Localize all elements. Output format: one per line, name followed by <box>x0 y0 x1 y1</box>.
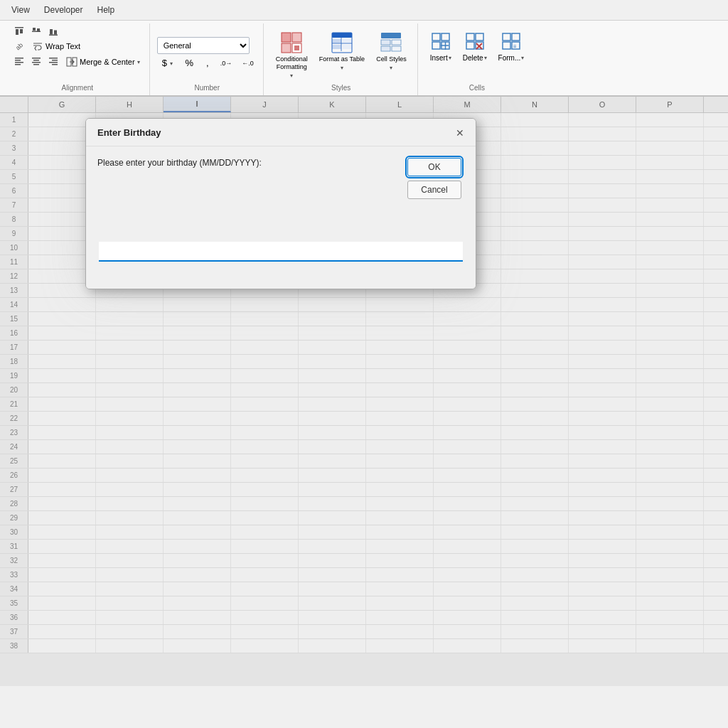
insert-chevron: ▾ <box>449 55 451 61</box>
menu-item-help[interactable]: Help <box>92 3 121 17</box>
svg-rect-11 <box>15 60 21 61</box>
dec-increase-btn[interactable]: .0→ <box>217 58 236 68</box>
merge-center-btn[interactable]: Merge & Center ▾ <box>63 55 144 69</box>
center-align-btn[interactable] <box>28 55 44 68</box>
cond-formatting-chevron: ▾ <box>290 73 293 79</box>
dialog-cancel-btn[interactable]: Cancel <box>407 181 461 199</box>
svg-rect-30 <box>332 39 341 43</box>
styles-group-label: Styles <box>331 84 350 94</box>
svg-rect-29 <box>332 33 352 38</box>
wrap-text-label: Wrap Text <box>46 42 80 50</box>
align-bottom-btn[interactable] <box>46 25 61 38</box>
merge-center-chevron: ▾ <box>137 59 140 65</box>
format-label: Form... <box>498 54 521 62</box>
dialog-body: Please enter your birthday (MM/DD/YYYY):… <box>86 146 476 289</box>
dialog-buttons: OK Cancel <box>407 158 464 199</box>
svg-rect-19 <box>52 60 58 61</box>
birthday-input[interactable] <box>99 242 463 262</box>
number-format-dropdown[interactable]: General <box>157 37 250 54</box>
delete-label: Delete <box>463 54 483 62</box>
cell-styles-label: Cell Styles <box>376 55 407 63</box>
svg-rect-24 <box>282 33 291 42</box>
svg-rect-8 <box>54 31 57 35</box>
svg-text:≡: ≡ <box>513 43 517 50</box>
svg-rect-17 <box>33 64 39 65</box>
left-align-btn[interactable] <box>11 55 27 68</box>
dollar-btn[interactable]: $ ▾ <box>157 56 178 70</box>
svg-rect-48 <box>466 33 474 41</box>
dialog-titlebar: Enter Birthday ✕ <box>86 119 476 146</box>
svg-rect-50 <box>466 42 474 49</box>
svg-rect-32 <box>332 45 341 49</box>
ribbon: ab Wrap Text <box>0 21 728 97</box>
format-cells-btn[interactable]: ≡ Form... ▾ <box>493 28 530 65</box>
svg-rect-16 <box>32 62 41 63</box>
ribbon-group-number: General $ ▾ % , .0→ <box>151 23 264 95</box>
svg-rect-7 <box>50 29 53 35</box>
svg-rect-55 <box>512 33 520 41</box>
svg-rect-5 <box>32 31 41 33</box>
svg-rect-21 <box>52 64 58 65</box>
conditional-formatting-btn[interactable]: ConditionalFormatting ▾ <box>271 28 313 82</box>
wrap-text-btn[interactable]: Wrap Text <box>28 39 84 53</box>
right-align-btn[interactable] <box>46 55 61 68</box>
dec-decrease-btn[interactable]: ←.0 <box>238 58 257 68</box>
insert-icon <box>430 31 451 53</box>
svg-rect-49 <box>476 33 483 41</box>
svg-rect-20 <box>49 62 58 63</box>
spreadsheet-area: G H I J K L M N O P Q 123456789101112131… <box>0 97 728 686</box>
menu-bar: View Developer Help <box>0 0 728 21</box>
cell-styles-btn[interactable]: Cell Styles ▾ <box>371 28 412 75</box>
delete-icon <box>464 31 486 53</box>
svg-rect-13 <box>15 64 21 65</box>
svg-rect-10 <box>15 58 23 59</box>
svg-rect-42 <box>432 33 440 41</box>
format-as-table-btn[interactable]: Format as Table ▾ <box>314 28 370 75</box>
svg-rect-26 <box>282 43 291 53</box>
dialog-close-btn[interactable]: ✕ <box>453 126 467 140</box>
merge-center-label: Merge & Center <box>80 58 135 66</box>
format-chevron: ▾ <box>521 55 524 61</box>
svg-text:ab: ab <box>14 41 24 50</box>
birthday-dialog: Enter Birthday ✕ Please enter your birth… <box>85 118 476 289</box>
svg-rect-1 <box>16 29 18 35</box>
insert-cells-btn[interactable]: Insert ▾ <box>425 28 456 65</box>
svg-rect-54 <box>503 33 510 41</box>
alignment-group-label: Alignment <box>62 84 93 94</box>
menu-item-developer[interactable]: Developer <box>38 3 89 17</box>
svg-rect-15 <box>33 60 39 61</box>
svg-rect-40 <box>381 46 390 51</box>
svg-rect-0 <box>15 27 23 28</box>
svg-rect-31 <box>343 39 352 43</box>
svg-rect-41 <box>392 46 401 51</box>
svg-rect-18 <box>49 58 58 59</box>
svg-rect-43 <box>441 33 449 41</box>
dialog-ok-btn[interactable]: OK <box>407 158 461 176</box>
menu-item-view[interactable]: View <box>6 3 36 17</box>
svg-rect-2 <box>20 29 23 33</box>
orient-btn[interactable]: ab <box>11 39 27 52</box>
svg-rect-37 <box>381 33 401 38</box>
dialog-input-area <box>97 242 464 262</box>
ribbon-group-alignment: ab Wrap Text <box>6 23 150 95</box>
dollar-chevron: ▾ <box>170 60 173 67</box>
insert-label: Insert <box>430 54 448 62</box>
svg-rect-28 <box>294 46 299 50</box>
format-icon: ≡ <box>500 31 522 53</box>
cells-group-label: Cells <box>469 84 485 94</box>
svg-rect-6 <box>49 35 58 36</box>
svg-rect-3 <box>33 28 36 31</box>
svg-rect-39 <box>392 40 401 45</box>
format-as-table-label: Format as Table <box>319 55 365 63</box>
align-middle-btn[interactable] <box>28 25 44 38</box>
percent-btn[interactable]: % <box>181 56 199 70</box>
align-top-btn[interactable] <box>11 25 27 38</box>
svg-rect-38 <box>381 40 390 45</box>
dialog-title: Enter Birthday <box>97 127 161 138</box>
svg-rect-33 <box>343 45 352 49</box>
cond-formatting-label: ConditionalFormatting <box>276 55 308 71</box>
ribbon-group-styles: ConditionalFormatting ▾ For <box>265 23 418 95</box>
delete-chevron: ▾ <box>484 55 487 61</box>
comma-btn[interactable]: , <box>201 56 214 70</box>
delete-cells-btn[interactable]: Delete ▾ <box>458 28 492 65</box>
